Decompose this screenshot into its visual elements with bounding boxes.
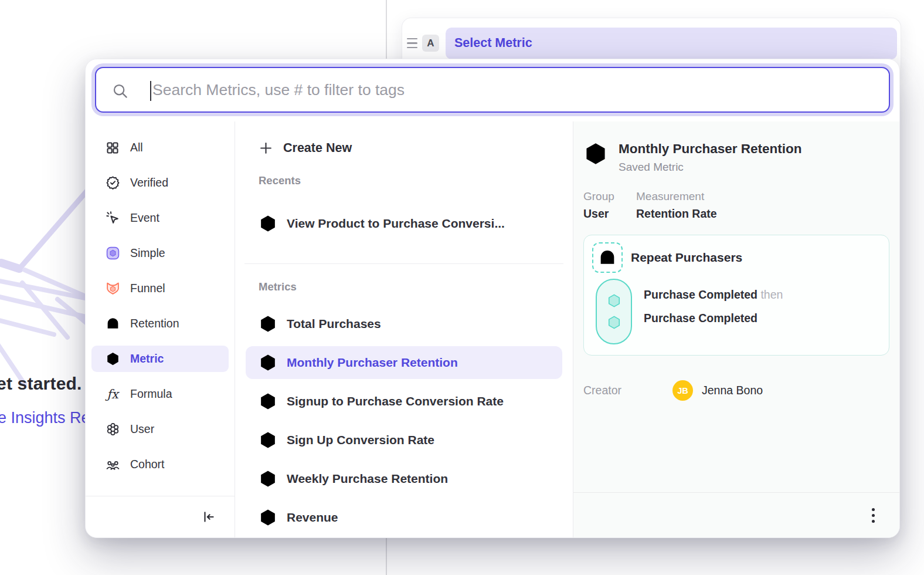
sidebar-item-metric[interactable]: Metric <box>91 346 229 372</box>
detail-meta: Group User Measurement Retention Rate <box>583 190 889 221</box>
row-letter-badge: A <box>422 35 439 52</box>
sidebar-item-label: Formula <box>130 387 172 401</box>
metric-hexagon-icon <box>259 508 277 527</box>
sidebar-item-label: Simple <box>130 246 165 260</box>
group-value: User <box>583 207 636 221</box>
sidebar-item-formula[interactable]: ƒx Formula <box>91 381 229 407</box>
retention-metric-icon <box>259 469 277 488</box>
metrics-section-label: Metrics <box>235 280 573 293</box>
grid-icon <box>105 140 120 155</box>
cohort-definition-card: Repeat Purchasers Purchase Completed the… <box>583 235 889 356</box>
metric-item-label: Revenue <box>287 510 338 525</box>
funnel-metric-icon <box>259 214 277 233</box>
sidebar-item-simple[interactable]: Simple <box>91 240 229 266</box>
sidebar-item-retention[interactable]: Retention <box>91 310 229 337</box>
simple-metric-icon <box>105 246 120 261</box>
sidebar-item-all[interactable]: All <box>91 134 229 161</box>
creator-name: Jenna Bono <box>702 384 763 397</box>
measurement-label: Measurement <box>636 190 717 203</box>
event-hexagon-icon <box>606 293 622 309</box>
sidebar-footer <box>86 496 235 537</box>
metric-hexagon-icon <box>259 314 277 333</box>
metric-item-weekly-purchase-retention[interactable]: Weekly Purchase Retention <box>246 462 562 495</box>
search-icon <box>111 82 129 100</box>
sidebar-item-cohort[interactable]: Cohort <box>91 451 229 478</box>
step-1-event: Purchase Completed <box>644 288 757 301</box>
background-insights-report-link[interactable]: e Insights Re <box>0 409 90 427</box>
metric-item-label: Sign Up Conversion Rate <box>287 433 434 447</box>
metric-item-sign-up-conversion[interactable]: Sign Up Conversion Rate <box>246 424 562 456</box>
group-label: Group <box>583 190 636 203</box>
background-partial-heading: et started. <box>0 374 82 394</box>
funnel-metric-icon <box>259 392 277 411</box>
select-metric-button[interactable]: Select Metric <box>446 28 897 59</box>
formula-icon: ƒx <box>105 387 120 402</box>
kebab-menu-icon <box>872 508 875 523</box>
filter-sidebar: All Verified Event <box>86 121 235 537</box>
sidebar-item-funnel[interactable]: Funnel <box>91 275 229 302</box>
collapse-left-icon <box>201 509 216 525</box>
detail-subtitle: Saved Metric <box>619 161 802 174</box>
user-cluster-icon <box>105 422 120 437</box>
retention-icon <box>105 316 120 332</box>
metric-item-revenue[interactable]: Revenue <box>246 501 562 534</box>
section-divider <box>244 263 563 264</box>
metric-item-label: Weekly Purchase Retention <box>287 472 448 486</box>
sidebar-item-label: User <box>130 422 154 436</box>
cohort-title: Repeat Purchasers <box>631 251 742 265</box>
metric-item-label: Monthly Purchaser Retention <box>287 356 458 370</box>
sidebar-item-label: Metric <box>130 352 164 366</box>
metric-item-total-purchases[interactable]: Total Purchases <box>246 307 562 340</box>
retention-metric-icon <box>259 353 277 372</box>
creator-label: Creator <box>583 384 672 397</box>
drag-handle-icon[interactable] <box>407 38 417 49</box>
create-new-label: Create New <box>283 141 352 155</box>
text-caret <box>150 81 151 101</box>
recents-section-label: Recents <box>235 174 573 187</box>
cohort-people-icon <box>105 457 120 472</box>
detail-footer <box>573 492 899 537</box>
metric-list-panel: Create New Recents View Product to Purch… <box>235 121 573 537</box>
event-sequence-pill <box>596 279 632 344</box>
metric-picker-modal: All Verified Event <box>85 59 900 538</box>
sidebar-item-event[interactable]: Event <box>91 205 229 231</box>
collapse-sidebar-button[interactable] <box>199 507 219 527</box>
search-area <box>86 59 899 121</box>
metric-item-monthly-purchaser-retention[interactable]: Monthly Purchaser Retention <box>246 346 562 379</box>
metric-item-label: Signup to Purchase Conversion Rate <box>287 394 504 408</box>
sidebar-item-label: All <box>130 141 143 154</box>
event-cursor-icon <box>105 211 120 226</box>
sidebar-item-verified[interactable]: Verified <box>91 170 229 196</box>
measurement-value: Retention Rate <box>636 207 717 221</box>
sidebar-item-user[interactable]: User <box>91 416 229 442</box>
event-hexagon-icon <box>606 314 622 330</box>
metric-item-signup-to-purchase[interactable]: Signup to Purchase Conversion Rate <box>246 385 562 418</box>
creator-avatar: JB <box>672 380 693 401</box>
sidebar-item-label: Cohort <box>130 458 165 471</box>
metric-item-label: Total Purchases <box>287 317 381 331</box>
plus-icon <box>259 141 273 155</box>
metric-detail-panel: Monthly Purchaser Retention Saved Metric… <box>573 121 899 537</box>
create-new-button[interactable]: Create New <box>235 134 573 161</box>
search-input[interactable] <box>96 68 889 111</box>
saved-metric-icon <box>583 141 608 174</box>
verified-badge-icon <box>105 175 120 191</box>
select-metric-label: Select Metric <box>454 36 532 50</box>
cohort-definition-icon <box>592 242 623 273</box>
sidebar-item-label: Retention <box>130 317 179 330</box>
more-options-button[interactable] <box>869 506 877 525</box>
step-2-event: Purchase Completed <box>644 312 757 324</box>
detail-title: Monthly Purchaser Retention <box>619 141 802 157</box>
metric-item-label: View Product to Purchase Conversi... <box>287 217 505 231</box>
step-connector: then <box>760 288 783 301</box>
funnel-metric-icon <box>259 431 277 449</box>
detail-header: Monthly Purchaser Retention Saved Metric <box>583 141 889 174</box>
sidebar-item-label: Funnel <box>130 282 165 295</box>
metric-hexagon-icon <box>105 351 120 367</box>
search-box <box>95 67 890 113</box>
recent-metric-item[interactable]: View Product to Purchase Conversi... <box>246 207 562 240</box>
creator-row: Creator JB Jenna Bono <box>583 380 889 401</box>
sidebar-item-label: Event <box>130 211 159 225</box>
funnel-icon <box>105 281 120 296</box>
sidebar-item-label: Verified <box>130 176 168 190</box>
